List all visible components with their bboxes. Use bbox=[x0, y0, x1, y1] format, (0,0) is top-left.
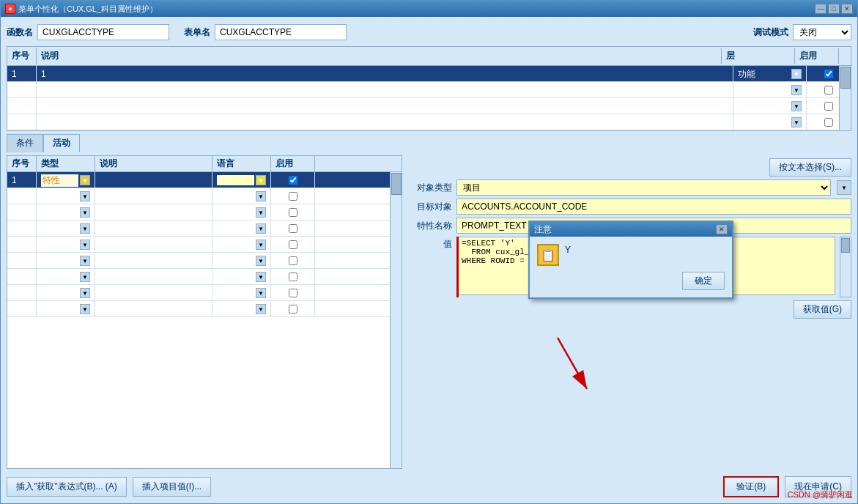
table-row[interactable]: ▼ bbox=[7, 98, 851, 114]
lang-dropdown-arrow[interactable]: ▼ bbox=[256, 256, 266, 266]
enabled-checkbox[interactable] bbox=[824, 86, 833, 94]
window-controls[interactable]: — □ ✕ bbox=[815, 4, 853, 14]
lang-dropdown-arrow[interactable]: ▼ bbox=[256, 191, 266, 201]
object-type-dropdown-arrow[interactable]: ▼ bbox=[837, 180, 851, 195]
table-name-input[interactable] bbox=[215, 24, 347, 40]
sub-col-type: 类型 bbox=[37, 156, 95, 171]
sub-enabled-checkbox[interactable] bbox=[289, 305, 297, 314]
main-col-enabled: 启用 bbox=[795, 48, 839, 64]
cell-desc: 1 bbox=[37, 66, 733, 82]
debug-mode-select[interactable]: 关闭 开启 bbox=[793, 24, 851, 40]
sub-table-header: 序号 类型 说明 语言 启用 bbox=[7, 156, 402, 172]
sub-enabled-checkbox[interactable] bbox=[289, 176, 297, 185]
layer-dropdown-arrow[interactable]: ▼ bbox=[791, 101, 802, 111]
insert-fetch-button[interactable]: 插入"获取"表达式(B)... (A) bbox=[7, 477, 127, 497]
sub-table-row[interactable]: ▼ ▼ bbox=[7, 269, 402, 285]
restore-button[interactable]: □ bbox=[828, 4, 840, 14]
type-dropdown-arrow[interactable]: ▼ bbox=[80, 304, 90, 314]
top-bar: 函数名 表单名 调试模式 关闭 开启 bbox=[7, 21, 851, 43]
value-scrollbar[interactable] bbox=[840, 237, 851, 297]
text-select-button[interactable]: 按文本选择(S)... bbox=[769, 158, 851, 177]
enabled-checkbox[interactable] bbox=[824, 70, 833, 78]
tab-activities[interactable]: 活动 bbox=[43, 134, 80, 152]
sub-table-panel: 序号 类型 说明 语言 启用 1 特性 ▼ bbox=[7, 155, 402, 469]
dialog-ok-button[interactable]: 确定 bbox=[682, 272, 725, 290]
sub-col-desc: 说明 bbox=[95, 156, 212, 171]
table-row[interactable]: ▼ bbox=[7, 114, 851, 130]
sub-col-seq: 序号 bbox=[7, 156, 37, 171]
lang-dropdown-arrow[interactable]: ▼ bbox=[256, 240, 266, 250]
func-name-label: 函数名 bbox=[7, 26, 33, 39]
close-button[interactable]: ✕ bbox=[841, 4, 853, 14]
main-col-desc: 说明 bbox=[37, 48, 722, 64]
lang-dropdown-arrow[interactable]: ▼ bbox=[256, 207, 266, 218]
cell-layer: 功能 ▼ bbox=[733, 66, 807, 82]
main-col-seq: 序号 bbox=[7, 48, 37, 64]
target-object-input[interactable] bbox=[456, 199, 851, 215]
layer-dropdown-arrow[interactable]: ▼ bbox=[791, 117, 802, 127]
target-object-label: 目标对象 bbox=[408, 201, 452, 213]
tab-conditions[interactable]: 条件 bbox=[7, 134, 43, 152]
sub-table-scrollbar[interactable] bbox=[390, 172, 402, 468]
sub-table-row[interactable]: ▼ ▼ bbox=[7, 188, 402, 204]
tabs: 条件 活动 bbox=[7, 134, 851, 152]
object-type-select[interactable]: 项目 bbox=[456, 179, 831, 196]
sub-enabled-checkbox[interactable] bbox=[289, 273, 297, 281]
type-dropdown-arrow[interactable]: ▼ bbox=[80, 272, 90, 282]
sub-enabled-checkbox[interactable] bbox=[289, 289, 297, 297]
lang-dropdown-arrow[interactable]: ▼ bbox=[256, 223, 266, 234]
sub-table-row[interactable]: ▼ ▼ bbox=[7, 253, 402, 269]
insert-item-button[interactable]: 插入项目值(I)... bbox=[133, 477, 211, 497]
dialog-message: Y bbox=[565, 244, 571, 256]
enabled-checkbox[interactable] bbox=[824, 118, 833, 127]
sub-table-row[interactable]: ▼ ▼ bbox=[7, 301, 402, 317]
sub-table-row[interactable]: 1 特性 ▼ A11 ▼ bbox=[7, 172, 402, 188]
sub-table-row[interactable]: ▼ ▼ bbox=[7, 285, 402, 301]
right-top-buttons: 按文本选择(S)... bbox=[408, 158, 851, 177]
type-dropdown-arrow[interactable]: ▼ bbox=[80, 288, 90, 298]
sub-col-enabled: 启用 bbox=[271, 156, 315, 171]
cell-seq: 1 bbox=[7, 66, 37, 82]
object-type-row: 对象类型 项目 ▼ bbox=[408, 179, 851, 196]
type-dropdown-arrow[interactable]: ▼ bbox=[80, 207, 90, 218]
sub-table-body: 1 特性 ▼ A11 ▼ bbox=[7, 172, 402, 468]
sub-table-row[interactable]: ▼ ▼ bbox=[7, 204, 402, 220]
lang-dropdown-arrow[interactable]: ▼ bbox=[256, 175, 266, 185]
table-row[interactable]: ▼ bbox=[7, 82, 851, 98]
lang-dropdown-arrow[interactable]: ▼ bbox=[256, 272, 266, 282]
dialog-close-button[interactable]: ✕ bbox=[716, 224, 728, 234]
layer-dropdown-arrow[interactable]: ▼ bbox=[791, 69, 802, 79]
notice-dialog: 注意 ✕ 📋 Y 确定 bbox=[528, 220, 733, 299]
sub-enabled-checkbox[interactable] bbox=[289, 208, 297, 217]
value-label: 值 bbox=[408, 238, 452, 251]
sub-table-row[interactable]: ▼ ▼ bbox=[7, 220, 402, 237]
type-dropdown-arrow[interactable]: ▼ bbox=[80, 175, 90, 185]
lang-dropdown-arrow[interactable]: ▼ bbox=[256, 288, 266, 298]
property-name-label: 特性名称 bbox=[408, 220, 452, 232]
type-dropdown-arrow[interactable]: ▼ bbox=[80, 191, 90, 201]
layer-dropdown-arrow[interactable]: ▼ bbox=[791, 85, 802, 95]
main-col-layer: 层 bbox=[722, 48, 795, 64]
lang-dropdown-arrow[interactable]: ▼ bbox=[256, 304, 266, 314]
get-value-button[interactable]: 获取值(G) bbox=[794, 300, 851, 319]
main-table-scrollbar[interactable] bbox=[839, 66, 851, 130]
type-dropdown-arrow[interactable]: ▼ bbox=[80, 256, 90, 266]
dialog-title-text: 注意 bbox=[534, 223, 552, 236]
sub-table-row[interactable]: ▼ ▼ bbox=[7, 237, 402, 253]
enabled-checkbox[interactable] bbox=[824, 102, 833, 111]
bottom-buttons: 插入"获取"表达式(B)... (A) 插入项目值(I)... 验证(B) 现在… bbox=[7, 472, 851, 499]
minimize-button[interactable]: — bbox=[815, 4, 826, 14]
func-name-input[interactable] bbox=[37, 24, 169, 40]
sub-enabled-checkbox[interactable] bbox=[289, 192, 297, 201]
watermark: CSDN @骑驴闲逛 bbox=[788, 489, 853, 500]
sub-enabled-checkbox[interactable] bbox=[289, 240, 297, 249]
type-dropdown-arrow[interactable]: ▼ bbox=[80, 223, 90, 234]
debug-mode-label: 调试模式 bbox=[753, 26, 788, 39]
table-row[interactable]: 1 1 功能 ▼ bbox=[7, 66, 851, 82]
title-bar: ● 菜单个性化（CUX.GL_科目属性维护） — □ ✕ bbox=[1, 1, 857, 17]
sub-enabled-checkbox[interactable] bbox=[289, 224, 297, 233]
sub-enabled-checkbox[interactable] bbox=[289, 256, 297, 265]
dialog-content: 📋 Y 确定 bbox=[530, 237, 732, 297]
type-dropdown-arrow[interactable]: ▼ bbox=[80, 240, 90, 250]
validate-button[interactable]: 验证(B) bbox=[723, 476, 779, 497]
